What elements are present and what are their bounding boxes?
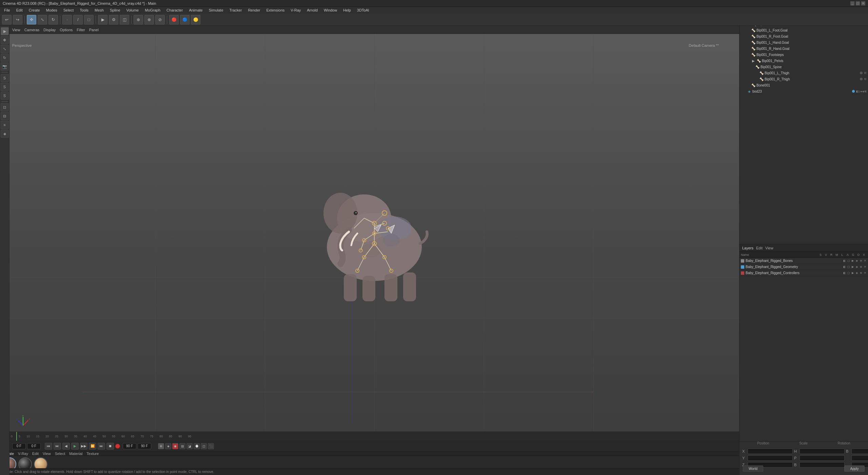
layers-tab[interactable]: Layers — [742, 246, 753, 250]
layer-vis-ctrl1[interactable]: ◧ — [843, 271, 846, 275]
layer-vis-icon3[interactable]: ▶ — [851, 259, 854, 263]
tool-camera[interactable]: 📷 — [1, 62, 9, 71]
toolbar-redo[interactable]: ↪ — [13, 15, 22, 24]
menu-create[interactable]: Create — [26, 7, 43, 13]
menu-arnold[interactable]: Arnold — [304, 7, 320, 13]
tree-item-foot-r[interactable]: 🦴 Bip001_R_Foot.Goal — [739, 33, 868, 39]
toolbar-render-settings[interactable]: ⚙ — [109, 15, 118, 24]
toolbar-snap2[interactable]: 🔵 — [180, 15, 190, 24]
layer-geometry[interactable]: Baby_Elephant_Rigged_Geometry ◧ ▢ ▶ ◈ ⊕ … — [739, 264, 868, 270]
tree-item-bod23[interactable]: ◈ bod23 ◧▷▸◈⊞ — [739, 88, 868, 94]
tree-item-spine[interactable]: 🦴 Bip001_Spine — [739, 64, 868, 70]
menu-select[interactable]: Select — [61, 7, 77, 13]
viewport-menu-filter[interactable]: Filter — [77, 28, 85, 32]
menu-vray[interactable]: V-Ray — [288, 7, 303, 13]
tool-l2[interactable]: ⊟ — [1, 112, 9, 120]
toolbar-object-axis[interactable]: ⊕ — [134, 15, 143, 24]
menu-tracker[interactable]: Tracker — [227, 7, 245, 13]
key-sel-btn[interactable]: ◈ — [165, 443, 171, 449]
next-key-btn[interactable]: ⏩ — [89, 443, 96, 450]
toolbar-parent-axis[interactable]: ⊘ — [155, 15, 165, 24]
toolbar-world-axis[interactable]: ⊗ — [144, 15, 154, 24]
extra-btn2[interactable]: ⬛ — [208, 443, 214, 449]
toolbar-points[interactable]: · — [62, 15, 72, 24]
next-frame-btn[interactable]: ▶▶ — [80, 443, 87, 450]
stop-btn[interactable]: ⏹ — [106, 443, 114, 450]
toolbar-undo[interactable]: ↩ — [2, 15, 12, 24]
mat-tab-view[interactable]: View — [43, 452, 51, 456]
menu-spline[interactable]: Spline — [107, 7, 123, 13]
layer-vis-icon5[interactable]: ⊕ — [859, 259, 863, 263]
tool-s3[interactable]: S — [1, 92, 9, 100]
mat-tab-vray[interactable]: V-Ray — [18, 452, 28, 456]
key-all-btn[interactable]: ⊕ — [158, 443, 164, 449]
tool-l1[interactable]: ⊡ — [1, 103, 9, 111]
auto-key-btn[interactable]: ◉ — [172, 443, 178, 449]
rot-b-input[interactable] — [800, 462, 845, 468]
layer-vis-geo4[interactable]: ◈ — [855, 265, 859, 269]
menu-tools[interactable]: Tools — [77, 7, 91, 13]
rot-h-input[interactable] — [800, 449, 845, 454]
layer-vis-ctrl4[interactable]: ◈ — [855, 271, 859, 275]
mat-tab-select[interactable]: Select — [55, 452, 65, 456]
menu-animate[interactable]: Animate — [186, 7, 205, 13]
toolbar-edges[interactable]: / — [73, 15, 83, 24]
tree-item-foot-l[interactable]: 🦴 Bip001_L_Foot.Goal — [739, 27, 868, 33]
menu-3dtai[interactable]: 3DToAl — [354, 7, 372, 13]
menu-modes[interactable]: Modes — [43, 7, 60, 13]
tree-item-rthigh[interactable]: 🦴 Bip001_R_Thigh ⛓ — [739, 76, 868, 82]
record-btn[interactable] — [115, 444, 120, 449]
tree-item-hand-r[interactable]: 🦴 Bip001_R_Hand.Goal — [739, 45, 868, 52]
layer-vis-ctrl5[interactable]: ⊕ — [859, 271, 863, 275]
layers-edit-tab[interactable]: Edit — [756, 246, 763, 250]
empty-input[interactable] — [851, 455, 868, 461]
layer-vis-geo3[interactable]: ▶ — [851, 265, 854, 269]
menu-mograph[interactable]: MoGraph — [142, 7, 163, 13]
mat-tab-edit[interactable]: Edit — [32, 452, 39, 456]
end-frame-input[interactable] — [123, 443, 136, 449]
menu-extensions[interactable]: Extensions — [263, 7, 287, 13]
layer-vis-icon6[interactable]: ✕ — [863, 259, 867, 263]
viewport[interactable]: View Cameras Display Options Filter Pane… — [9, 26, 739, 432]
viewport-menu-panel[interactable]: Panel — [89, 28, 99, 32]
toolbar-snap3[interactable]: 🟡 — [191, 15, 200, 24]
toolbar-move[interactable]: ✥ — [27, 15, 36, 24]
timeline-btn[interactable]: ⌚ — [194, 443, 200, 449]
play-btn[interactable]: ▶ — [71, 443, 79, 450]
layer-bones[interactable]: Baby_Elephant_Rigged_Bones ◧ ▢ ▶ ◈ ⊕ ✕ — [739, 258, 868, 264]
viewport-menu-display[interactable]: Display — [43, 28, 56, 32]
expand-pelvis[interactable]: ▶ — [751, 58, 756, 63]
tool-l3[interactable]: ≡ — [1, 121, 9, 129]
tool-move[interactable]: ✥ — [1, 36, 9, 44]
tree-item-hand-l[interactable]: 🦴 Bip001_L_Hand.Goal — [739, 39, 868, 45]
maximize-btn[interactable]: □ — [856, 1, 860, 5]
layer-vis-icon4[interactable]: ◈ — [855, 259, 859, 263]
layer-vis-geo2[interactable]: ▢ — [847, 265, 850, 269]
tree-item-pelvis[interactable]: ▶ 🦴 Bip001_Pelvis — [739, 58, 868, 64]
tree-item-bone001[interactable]: 🦴 Bone001 — [739, 82, 868, 88]
toolbar-render[interactable]: ▶ — [98, 15, 107, 24]
timeline-playhead[interactable] — [16, 432, 17, 441]
viewport-menu-view[interactable]: View — [12, 28, 20, 32]
object-tree[interactable]: ▶ ◈ Subdivision Surface ▶ 🦴 Bip001 — [739, 14, 868, 244]
rot-p-input[interactable] — [800, 455, 845, 461]
motion-clip-btn[interactable]: ▤ — [179, 443, 185, 449]
pose-morph-btn[interactable]: ◪ — [186, 443, 193, 449]
current-frame-input[interactable] — [12, 443, 26, 449]
tool-scale[interactable]: ⤡ — [1, 45, 9, 53]
menu-window[interactable]: Window — [321, 7, 340, 13]
scale-b-input[interactable] — [851, 449, 868, 454]
menu-volume[interactable]: Volume — [124, 7, 142, 13]
menu-character[interactable]: Character — [164, 7, 185, 13]
menu-edit[interactable]: Edit — [14, 7, 25, 13]
mat-tab-material[interactable]: Material — [69, 452, 82, 456]
toolbar-rotate[interactable]: ↻ — [48, 15, 58, 24]
viewport-menu-cameras[interactable]: Cameras — [24, 28, 40, 32]
timeline[interactable]: 0 5 10 15 20 25 30 35 40 45 50 55 60 65 … — [9, 432, 739, 441]
layers-view-tab[interactable]: View — [765, 246, 773, 250]
elephant-scene[interactable]: Perspective Default Camera ** X Z Y Grid… — [9, 34, 739, 432]
mat-tab-texture[interactable]: Texture — [86, 452, 99, 456]
menu-file[interactable]: File — [1, 7, 13, 13]
layer-vis-geo1[interactable]: ◧ — [843, 265, 846, 269]
tool-select[interactable]: ▶ — [1, 27, 9, 35]
